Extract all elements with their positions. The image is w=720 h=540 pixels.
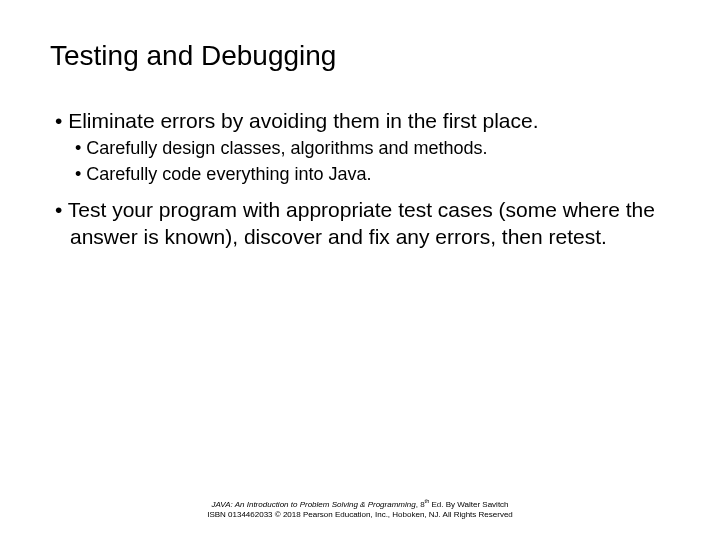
footer-book-title: JAVA: An Introduction to Problem Solving… <box>211 499 415 508</box>
footer: JAVA: An Introduction to Problem Solving… <box>0 498 720 520</box>
spacer <box>55 188 670 196</box>
slide-container: Testing and Debugging Eliminate errors b… <box>0 0 720 540</box>
footer-byline: Ed. By Walter Savitch <box>429 499 508 508</box>
footer-line-2: ISBN 0134462033 © 2018 Pearson Education… <box>0 510 720 520</box>
slide-content: Eliminate errors by avoiding them in the… <box>50 107 670 251</box>
slide-title: Testing and Debugging <box>50 40 670 72</box>
bullet-main-2: Test your program with appropriate test … <box>55 196 670 251</box>
bullet-sub-1-2: Carefully code everything into Java. <box>55 163 670 186</box>
bullet-sub-1-1: Carefully design classes, algorithms and… <box>55 137 670 160</box>
footer-line-1: JAVA: An Introduction to Problem Solving… <box>0 498 720 510</box>
footer-edition: , 8 <box>416 499 425 508</box>
bullet-main-1: Eliminate errors by avoiding them in the… <box>55 107 670 134</box>
